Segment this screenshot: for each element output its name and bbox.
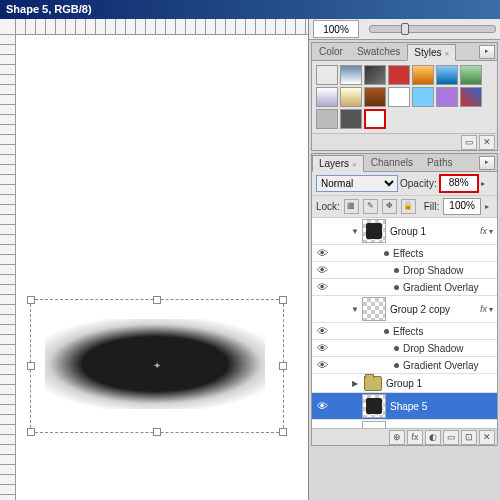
opacity-label: Opacity: xyxy=(400,178,437,189)
visibility-icon[interactable]: 👁 xyxy=(312,325,332,337)
visibility-icon[interactable]: 👁 xyxy=(312,359,332,371)
fx-twirl-icon[interactable]: ▾ xyxy=(489,227,497,236)
panel-menu-icon[interactable]: ▸ xyxy=(479,156,495,170)
style-swatch[interactable] xyxy=(364,109,386,129)
style-swatch[interactable] xyxy=(340,87,362,107)
layer-footer-icon[interactable]: ⊡ xyxy=(461,430,477,445)
transform-handle[interactable] xyxy=(279,428,287,436)
style-swatch[interactable] xyxy=(436,65,458,85)
transform-handle[interactable] xyxy=(153,296,161,304)
layer-effects-row[interactable]: 👁Effects xyxy=(312,323,497,340)
tab-layers[interactable]: Layers× xyxy=(312,155,364,172)
tab-swatches[interactable]: Swatches xyxy=(350,43,407,60)
transform-bounds[interactable]: ✦ xyxy=(30,299,284,433)
lock-all-icon[interactable]: 🔒 xyxy=(401,199,416,214)
fill-flyout-icon[interactable]: ▸ xyxy=(485,202,493,211)
ruler-vertical[interactable] xyxy=(0,34,16,500)
visibility-icon[interactable]: 👁 xyxy=(312,342,332,354)
style-swatch[interactable] xyxy=(460,87,482,107)
fill-label: Fill: xyxy=(424,201,440,212)
layer-footer-icon[interactable]: fx xyxy=(407,430,423,445)
opacity-input[interactable]: 88% xyxy=(439,174,479,193)
twirl-icon[interactable]: ▼ xyxy=(348,305,360,314)
lock-transparent-icon[interactable]: ▦ xyxy=(344,199,359,214)
layer-row-selected[interactable]: 👁 Shape 5 xyxy=(312,393,497,420)
visibility-icon[interactable]: 👁 xyxy=(312,264,332,276)
tab-styles[interactable]: Styles× xyxy=(407,44,456,61)
panel-menu-icon[interactable]: ▸ xyxy=(479,45,495,59)
lock-pixels-icon[interactable]: ✎ xyxy=(363,199,378,214)
layer-effect-item[interactable]: 👁Gradient Overlay xyxy=(312,279,497,296)
panels-dock: ▸ Color Swatches Styles× ▭ ✕ ▸ Layers× C… xyxy=(308,19,500,500)
layer-effect-item[interactable]: 👁Gradient Overlay xyxy=(312,357,497,374)
canvas[interactable]: ✦ xyxy=(0,19,309,500)
layer-row-group[interactable]: ▼ Group 2 copy fx▾ xyxy=(312,296,497,323)
navigator-zoom-bar xyxy=(309,19,500,40)
blend-mode-select[interactable]: Normal xyxy=(316,175,398,192)
style-swatch[interactable] xyxy=(364,65,386,85)
transform-handle[interactable] xyxy=(27,296,35,304)
visibility-icon[interactable]: 👁 xyxy=(312,247,332,259)
visibility-icon[interactable]: 👁 xyxy=(312,281,332,293)
tab-color[interactable]: Color xyxy=(312,43,350,60)
lock-label: Lock: xyxy=(316,201,340,212)
layer-row-background[interactable]: 👁 Background 🔒 xyxy=(312,420,497,428)
tab-paths[interactable]: Paths xyxy=(420,154,460,171)
style-swatch[interactable] xyxy=(388,65,410,85)
transform-center-icon[interactable]: ✦ xyxy=(152,361,162,371)
layer-thumbnail[interactable] xyxy=(362,297,386,321)
close-icon[interactable]: × xyxy=(445,49,450,58)
transform-handle[interactable] xyxy=(153,428,161,436)
fill-input[interactable]: 100% xyxy=(443,198,481,215)
layers-tabs: Layers× Channels Paths xyxy=(312,154,497,172)
style-swatch[interactable] xyxy=(340,109,362,129)
twirl-icon[interactable]: ▼ xyxy=(348,227,360,236)
style-swatch[interactable] xyxy=(316,87,338,107)
transform-handle[interactable] xyxy=(279,296,287,304)
style-swatch[interactable] xyxy=(316,109,338,129)
style-swatch[interactable] xyxy=(436,87,458,107)
transform-handle[interactable] xyxy=(27,362,35,370)
opacity-flyout-icon[interactable]: ▸ xyxy=(481,179,489,188)
style-swatch[interactable] xyxy=(388,87,410,107)
transform-handle[interactable] xyxy=(279,362,287,370)
style-swatch[interactable] xyxy=(412,87,434,107)
layer-footer-icon[interactable]: ◐ xyxy=(425,430,441,445)
layer-row-folder[interactable]: ▶ Group 1 xyxy=(312,374,497,393)
fx-badge[interactable]: fx xyxy=(478,304,489,314)
layer-row-group[interactable]: ▼ Group 1 fx▾ xyxy=(312,218,497,245)
new-style-icon[interactable]: ▭ xyxy=(461,135,477,150)
layer-list: ▼ Group 1 fx▾ 👁Effects 👁Drop Shadow 👁Gra… xyxy=(312,218,497,428)
layer-thumbnail[interactable] xyxy=(362,219,386,243)
window-titlebar: Shape 5, RGB/8) xyxy=(0,0,500,19)
styles-tabs: Color Swatches Styles× xyxy=(312,43,497,61)
style-swatch[interactable] xyxy=(412,65,434,85)
visibility-icon[interactable]: 👁 xyxy=(312,400,332,412)
layer-effects-row[interactable]: 👁Effects xyxy=(312,245,497,262)
ruler-horizontal[interactable] xyxy=(15,19,309,35)
layer-thumbnail[interactable] xyxy=(362,394,386,418)
style-swatch[interactable] xyxy=(364,87,386,107)
style-swatch[interactable] xyxy=(460,65,482,85)
layer-thumbnail[interactable] xyxy=(362,421,386,428)
visibility-icon[interactable]: 👁 xyxy=(312,427,332,428)
twirl-icon[interactable]: ▶ xyxy=(348,379,360,388)
layer-footer-icon[interactable]: ⊕ xyxy=(389,430,405,445)
delete-style-icon[interactable]: ✕ xyxy=(479,135,495,150)
zoom-slider[interactable] xyxy=(369,25,496,33)
style-swatch[interactable] xyxy=(340,65,362,85)
layer-effect-item[interactable]: 👁Drop Shadow xyxy=(312,262,497,279)
layer-effect-item[interactable]: 👁Drop Shadow xyxy=(312,340,497,357)
fx-badge[interactable]: fx xyxy=(478,226,489,236)
style-swatch[interactable] xyxy=(316,65,338,85)
layer-footer-icon[interactable]: ✕ xyxy=(479,430,495,445)
transform-handle[interactable] xyxy=(27,428,35,436)
close-icon[interactable]: × xyxy=(352,160,357,169)
tab-channels[interactable]: Channels xyxy=(364,154,420,171)
layer-footer-icon[interactable]: ▭ xyxy=(443,430,459,445)
zoom-input[interactable] xyxy=(313,20,359,38)
lock-position-icon[interactable]: ✥ xyxy=(382,199,397,214)
layer-options-row: Normal Opacity: 88% ▸ xyxy=(312,172,497,195)
ruler-origin[interactable] xyxy=(0,19,16,35)
fx-twirl-icon[interactable]: ▾ xyxy=(489,305,497,314)
